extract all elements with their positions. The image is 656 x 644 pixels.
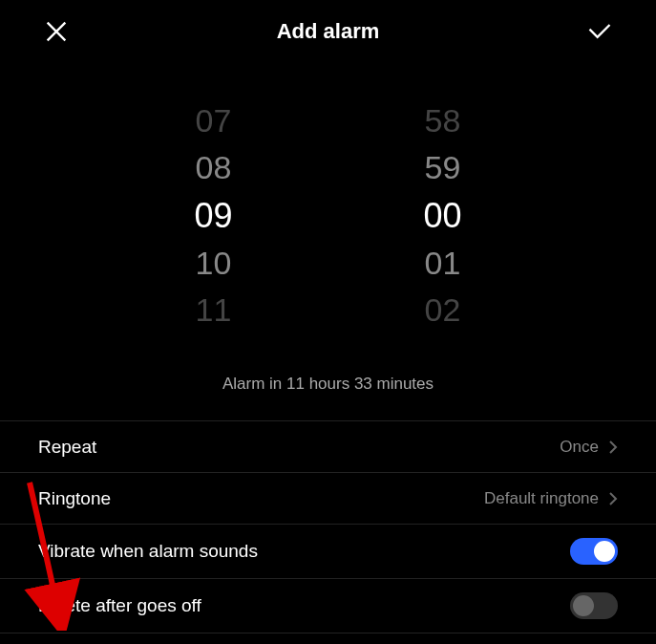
ringtone-value: Default ringtone [484, 489, 599, 508]
minute-option[interactable]: 02 [425, 290, 461, 330]
chevron-right-icon [608, 491, 618, 506]
repeat-row[interactable]: Repeat Once [0, 421, 656, 473]
delete-after-label: Delete after goes off [38, 595, 201, 616]
label-row: Label [0, 633, 656, 644]
delete-after-row: Delete after goes off [0, 579, 656, 633]
hour-option[interactable]: 10 [196, 244, 232, 283]
ringtone-row[interactable]: Ringtone Default ringtone [0, 473, 656, 525]
minute-selected[interactable]: 00 [424, 195, 462, 236]
page-title: Add alarm [277, 19, 380, 44]
alarm-countdown: Alarm in 11 hours 33 minutes [0, 357, 656, 420]
delete-after-toggle[interactable] [570, 592, 618, 619]
repeat-label: Repeat [38, 437, 96, 458]
minute-option[interactable]: 01 [425, 244, 461, 283]
vibrate-toggle[interactable] [570, 538, 618, 565]
repeat-value: Once [560, 438, 599, 457]
minute-option[interactable]: 58 [425, 101, 461, 140]
vibrate-row: Vibrate when alarm sounds [0, 525, 656, 579]
hour-picker[interactable]: 07 08 09 10 11 [194, 101, 232, 329]
ringtone-label: Ringtone [38, 488, 111, 509]
hour-option[interactable]: 07 [196, 101, 232, 140]
minute-option[interactable]: 59 [425, 148, 461, 187]
hour-option[interactable]: 11 [196, 290, 232, 330]
hour-selected[interactable]: 09 [194, 195, 232, 236]
chevron-right-icon [608, 440, 618, 455]
confirm-icon[interactable] [585, 17, 614, 46]
close-icon[interactable] [42, 17, 71, 46]
vibrate-label: Vibrate when alarm sounds [38, 541, 258, 562]
time-picker[interactable]: 07 08 09 10 11 58 59 00 01 02 [0, 63, 656, 357]
minute-picker[interactable]: 58 59 00 01 02 [424, 101, 462, 329]
hour-option[interactable]: 08 [196, 148, 232, 187]
